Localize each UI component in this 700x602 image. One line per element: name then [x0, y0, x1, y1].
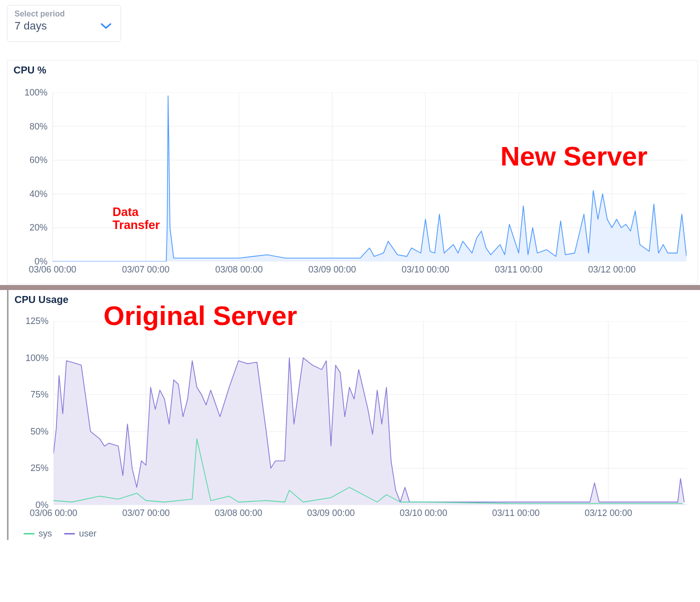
chart-svg [54, 321, 687, 505]
legend-swatch [24, 533, 34, 534]
legend-item: sys [24, 528, 52, 539]
x-tick-label: 03/09 00:00 [308, 262, 356, 275]
annotation-new-server: New Server [500, 140, 648, 172]
legend-label: user [79, 528, 96, 539]
x-tick-label: 03/11 00:00 [492, 505, 540, 518]
y-tick-label: 100% [26, 352, 54, 363]
y-tick-label: 60% [30, 155, 52, 166]
y-tick-label: 75% [30, 390, 54, 400]
y-tick-label: 125% [26, 316, 54, 326]
x-tick-label: 03/07 00:00 [122, 262, 170, 275]
period-select-label: Select period [14, 10, 114, 18]
y-tick-label: 50% [30, 426, 54, 436]
x-tick-label: 03/10 00:00 [402, 262, 449, 275]
cpu-usage-chart[interactable]: 0%25%50%75%100%125%03/06 00:0003/07 00:0… [18, 313, 691, 522]
y-tick-label: 40% [30, 188, 52, 199]
x-tick-label: 03/06 00:00 [28, 262, 76, 275]
cpu-usage-panel: CPU Usage 0%25%50%75%100%125%03/06 00:00… [7, 290, 698, 540]
legend: sysuser [24, 528, 96, 539]
x-tick-label: 03/08 00:00 [214, 505, 262, 518]
x-tick-label: 03/10 00:00 [400, 505, 447, 518]
chart-svg [52, 92, 686, 262]
legend-swatch [64, 533, 75, 534]
x-tick-label: 03/08 00:00 [215, 262, 262, 275]
y-tick-label: 25% [30, 463, 54, 474]
panel-title: CPU % [14, 64, 46, 76]
period-select[interactable]: Select period 7 days [7, 5, 121, 42]
x-tick-label: 03/12 00:00 [584, 505, 632, 518]
y-tick-label: 100% [24, 88, 52, 98]
x-tick-label: 03/11 00:00 [495, 262, 542, 275]
x-tick-label: 03/12 00:00 [588, 262, 636, 275]
cpu-percent-chart[interactable]: 0%20%40%60%80%100%03/06 00:0003/07 00:00… [16, 84, 690, 278]
panel-title: CPU Usage [14, 294, 68, 306]
x-tick-label: 03/07 00:00 [122, 505, 170, 518]
chevron-down-icon [100, 22, 112, 30]
x-tick-label: 03/09 00:00 [307, 505, 354, 518]
x-tick-label: 03/06 00:00 [30, 505, 77, 518]
legend-item: user [64, 528, 96, 539]
y-tick-label: 80% [30, 121, 52, 132]
panel-divider [0, 285, 700, 290]
annotation-original-server: Original Server [104, 300, 297, 331]
cpu-percent-panel: CPU % 0%20%40%60%80%100%03/06 00:0003/07… [7, 60, 698, 284]
legend-label: sys [38, 528, 52, 539]
period-select-value: 7 days [14, 20, 114, 32]
annotation-data-transfer: DataTransfer [112, 206, 160, 232]
y-tick-label: 20% [30, 222, 52, 233]
